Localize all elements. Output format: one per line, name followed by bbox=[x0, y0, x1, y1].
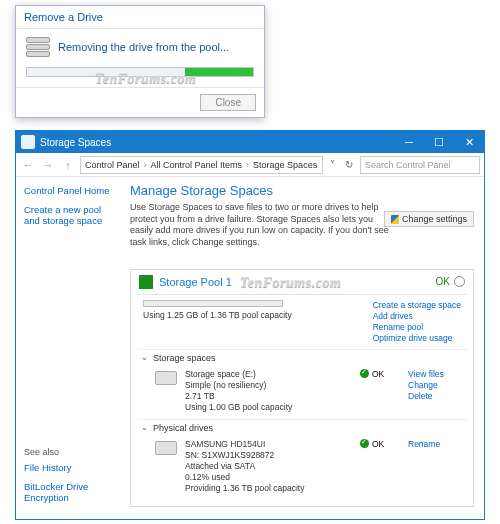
chevron-right-icon: › bbox=[144, 160, 147, 170]
drive-icon bbox=[155, 371, 177, 385]
toolbar: ← → ↑ Control Panel › All Control Panel … bbox=[16, 153, 484, 177]
storage-spaces-section[interactable]: ⌄ Storage spaces bbox=[137, 349, 467, 366]
pool-card: Storage Pool 1 OK Using 1.25 GB of 1.36 … bbox=[130, 269, 474, 507]
gear-icon[interactable] bbox=[454, 276, 465, 287]
chevron-down-icon: ⌄ bbox=[141, 423, 149, 432]
dialog-title: Remove a Drive bbox=[16, 6, 264, 29]
storage-spaces-window: Storage Spaces ─ ☐ ✕ ← → ↑ Control Panel… bbox=[15, 130, 485, 520]
physical-drives-section[interactable]: ⌄ Physical drives bbox=[137, 419, 467, 436]
back-button[interactable]: ← bbox=[20, 157, 36, 173]
rename-pool-link[interactable]: Rename pool bbox=[373, 322, 461, 332]
page-description: Use Storage Spaces to save files to two … bbox=[130, 202, 390, 249]
pool-status-icon bbox=[139, 275, 153, 289]
drive-conn: Attached via SATA bbox=[185, 461, 352, 472]
bitlocker-link[interactable]: BitLocker Drive Encryption bbox=[24, 481, 134, 503]
drive-used: 0.12% used bbox=[185, 472, 352, 483]
refresh-button[interactable]: ↻ bbox=[342, 159, 356, 170]
drive-providing: Providing 1.36 TB pool capacity bbox=[185, 483, 352, 494]
minimize-button[interactable]: ─ bbox=[394, 131, 424, 153]
shield-icon bbox=[391, 215, 399, 224]
drive-name: SAMSUNG HD154UI bbox=[185, 439, 352, 450]
breadcrumb[interactable]: Control Panel › All Control Panel Items … bbox=[80, 156, 323, 174]
space-name: Storage space (E:) bbox=[185, 369, 352, 380]
create-space-link[interactable]: Create a storage space bbox=[373, 300, 461, 310]
app-icon bbox=[21, 135, 35, 149]
sidebar-home[interactable]: Control Panel Home bbox=[24, 185, 118, 196]
search-placeholder: Search Control Panel bbox=[365, 160, 451, 170]
optimize-link[interactable]: Optimize drive usage bbox=[373, 333, 461, 343]
maximize-button[interactable]: ☐ bbox=[424, 131, 454, 153]
dialog-message: Removing the drive from the pool... bbox=[58, 41, 229, 53]
ok-icon bbox=[360, 439, 369, 448]
progress-fill bbox=[185, 68, 253, 76]
breadcrumb-item[interactable]: All Control Panel Items bbox=[151, 160, 243, 170]
breadcrumb-item[interactable]: Control Panel bbox=[85, 160, 140, 170]
close-button[interactable]: Close bbox=[200, 94, 256, 111]
change-settings-label: Change settings bbox=[402, 214, 467, 224]
forward-button[interactable]: → bbox=[40, 157, 56, 173]
view-files-link[interactable]: View files bbox=[408, 369, 463, 379]
capacity-text: Using 1.25 GB of 1.36 TB pool capacity bbox=[143, 310, 373, 320]
search-input[interactable]: Search Control Panel bbox=[360, 156, 480, 174]
delete-link[interactable]: Delete bbox=[408, 391, 463, 401]
close-window-button[interactable]: ✕ bbox=[454, 131, 484, 153]
space-size: 2.71 TB bbox=[185, 391, 352, 402]
capacity-bar bbox=[143, 300, 283, 307]
change-link[interactable]: Change bbox=[408, 380, 463, 390]
progress-bar bbox=[26, 67, 254, 77]
see-also: See also File History BitLocker Drive En… bbox=[24, 447, 134, 511]
drive-stack-icon bbox=[26, 37, 50, 57]
pool-header: Storage Pool 1 OK bbox=[137, 270, 467, 295]
space-status: OK bbox=[372, 369, 384, 379]
window-title: Storage Spaces bbox=[40, 137, 111, 148]
file-history-link[interactable]: File History bbox=[24, 462, 134, 473]
section-label: Physical drives bbox=[153, 423, 213, 433]
main-content: Manage Storage Spaces Use Storage Spaces… bbox=[126, 177, 484, 519]
pool-name: Storage Pool 1 bbox=[159, 276, 436, 288]
remove-drive-dialog: Remove a Drive Removing the drive from t… bbox=[15, 5, 265, 118]
pool-status: OK bbox=[436, 276, 450, 287]
breadcrumb-item[interactable]: Storage Spaces bbox=[253, 160, 317, 170]
add-drives-link[interactable]: Add drives bbox=[373, 311, 461, 321]
rename-drive-link[interactable]: Rename bbox=[408, 439, 463, 449]
drive-status: OK bbox=[372, 439, 384, 449]
drive-sn: SN: S1XWJ1KS928872 bbox=[185, 450, 352, 461]
chevron-right-icon: › bbox=[246, 160, 249, 170]
sidebar-create-pool[interactable]: Create a new pool and storage space bbox=[24, 204, 118, 226]
storage-space-item: Storage space (E:) Simple (no resiliency… bbox=[137, 366, 467, 419]
section-label: Storage spaces bbox=[153, 353, 216, 363]
chevron-down-icon: ⌄ bbox=[141, 353, 149, 362]
see-also-label: See also bbox=[24, 447, 134, 457]
drive-icon bbox=[155, 441, 177, 455]
up-button[interactable]: ↑ bbox=[60, 157, 76, 173]
change-settings-button[interactable]: Change settings bbox=[384, 211, 474, 227]
dropdown-button[interactable]: ˅ bbox=[327, 159, 338, 170]
dialog-body: Removing the drive from the pool... bbox=[16, 29, 264, 87]
page-heading: Manage Storage Spaces bbox=[130, 183, 474, 198]
space-resiliency: Simple (no resiliency) bbox=[185, 380, 352, 391]
physical-drive-item: SAMSUNG HD154UI SN: S1XWJ1KS928872 Attac… bbox=[137, 436, 467, 500]
space-usage: Using 1.00 GB pool capacity bbox=[185, 402, 352, 413]
ok-icon bbox=[360, 369, 369, 378]
titlebar[interactable]: Storage Spaces ─ ☐ ✕ bbox=[16, 131, 484, 153]
